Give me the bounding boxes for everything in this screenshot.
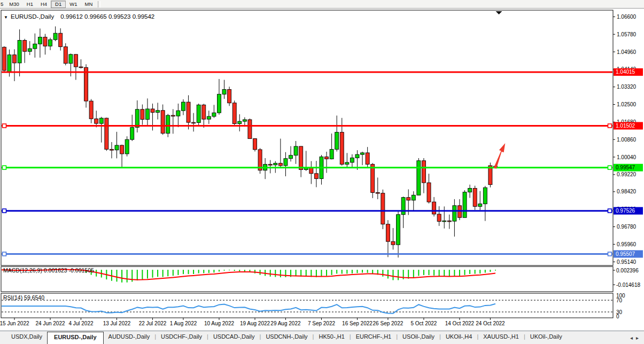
date-tick-label: 16 Sep 2022 bbox=[342, 320, 373, 326]
chart-tab-usoil-daily[interactable]: USOil-,Daily bbox=[398, 331, 439, 344]
tab-scroll-right-icon[interactable]: ▸ bbox=[636, 335, 639, 341]
chart-tab-eurchf-h1[interactable]: EURCHF-,H1 bbox=[351, 331, 397, 344]
date-tick-label: 24 Oct 2022 bbox=[476, 320, 505, 326]
chart-tab-hk50-h1[interactable]: HK50-,H1 bbox=[314, 331, 349, 344]
level-price-badge-text: 1.04015 bbox=[616, 69, 635, 75]
date-tick-label: 22 Jul 2022 bbox=[139, 320, 167, 326]
candle bbox=[253, 138, 257, 152]
candle bbox=[248, 119, 252, 139]
level-price-badge-text: 0.99547 bbox=[616, 165, 635, 170]
symbol-dropdown-icon[interactable]: ▼ bbox=[4, 15, 8, 20]
price-axis: 1.066001.057801.049601.041401.033201.025… bbox=[613, 14, 643, 319]
date-tick-label: 13 Jul 2022 bbox=[103, 320, 131, 326]
date-tick-label: 14 Oct 2022 bbox=[445, 320, 475, 326]
timeframe-toolbar: 5M30H1H4D1W1MN bbox=[0, 0, 644, 9]
candle bbox=[473, 186, 477, 210]
toolbar-separator bbox=[98, 1, 100, 7]
price-tick-label: 0.99220 bbox=[617, 171, 637, 177]
candle bbox=[463, 190, 467, 217]
date-tick-label: 4 Jul 2022 bbox=[68, 320, 94, 326]
macd-axis-label: 0.002396 bbox=[616, 268, 639, 273]
price-tick-label: 1.06600 bbox=[617, 14, 637, 20]
date-tick-label: 7 Sep 2022 bbox=[308, 320, 336, 326]
hline-handle[interactable] bbox=[3, 252, 6, 256]
candle bbox=[84, 64, 88, 107]
chart-tab-eurusd-daily[interactable]: EURUSD-,Daily bbox=[47, 332, 103, 344]
price-tick-label: 0.95960 bbox=[617, 241, 637, 247]
chart-tab-usdcad-daily[interactable]: USDCAD-,Daily bbox=[208, 331, 260, 344]
date-tick-label: 29 Aug 2022 bbox=[270, 320, 301, 326]
candle bbox=[258, 148, 262, 174]
hline-handle[interactable] bbox=[608, 166, 612, 169]
price-tick-label: 1.00040 bbox=[617, 154, 637, 160]
hline-handle[interactable] bbox=[608, 252, 612, 256]
rsi-axis-label: 70 bbox=[616, 298, 623, 303]
level-price-badge-text: 1.01502 bbox=[616, 123, 635, 129]
date-tick-label: 1 Aug 2022 bbox=[170, 320, 197, 326]
price-tick-label: 0.95140 bbox=[617, 259, 637, 265]
hline-handle[interactable] bbox=[3, 124, 6, 128]
date-tick-label: 10 Aug 2022 bbox=[204, 320, 235, 326]
price-tick-label: 1.05780 bbox=[617, 32, 637, 37]
candle bbox=[197, 104, 200, 126]
timeframe-button-m30[interactable]: M30 bbox=[5, 1, 22, 7]
candle bbox=[228, 87, 231, 106]
price-tick-label: 1.04960 bbox=[617, 49, 637, 55]
candle bbox=[105, 118, 108, 151]
price-tick-label: 1.03320 bbox=[617, 84, 637, 90]
date-tick-label: 15 Jun 2022 bbox=[0, 320, 29, 326]
tab-scroll-controls: ◂▸ bbox=[630, 331, 644, 344]
price-chart[interactable]: 1.066001.057801.049601.041401.033201.025… bbox=[0, 9, 644, 330]
hline-handle[interactable] bbox=[3, 209, 6, 213]
main-panel-frame bbox=[1, 10, 613, 265]
timeframe-button-h4[interactable]: H4 bbox=[37, 1, 51, 7]
chart-window[interactable]: 1.066001.057801.049601.041401.033201.025… bbox=[0, 9, 644, 330]
date-axis: 15 Jun 202224 Jun 20224 Jul 202213 Jul 2… bbox=[0, 318, 505, 326]
timeframe-button-partial[interactable]: 5 bbox=[0, 1, 5, 7]
date-tick-label: 19 Aug 2022 bbox=[240, 320, 270, 326]
candle bbox=[381, 190, 385, 229]
candle bbox=[488, 162, 492, 187]
rsi-label: RSI(14) 59.6540 bbox=[3, 294, 44, 301]
hline-handle[interactable] bbox=[608, 124, 612, 128]
rsi-panel-frame bbox=[1, 293, 613, 318]
rsi-axis-label: 0 bbox=[616, 314, 619, 319]
chart-tab-ukoil-h4[interactable]: UKOil-,H4 bbox=[441, 331, 477, 344]
chart-legend: EURUSD-,Daily 0.99612 0.99665 0.99523 0.… bbox=[11, 13, 154, 20]
symbol-tabbar: USDX,DailyEURUSD-,DailyAUDUSD-,Daily|USD… bbox=[0, 331, 644, 344]
candle bbox=[2, 46, 6, 73]
candle bbox=[417, 158, 421, 196]
macd-axis-label: -0.014618 bbox=[616, 282, 640, 288]
price-tick-label: 0.98420 bbox=[617, 189, 637, 194]
candle bbox=[64, 43, 67, 65]
timeframe-button-w1[interactable]: W1 bbox=[66, 1, 81, 7]
legend-ohlc: 0.99612 0.99665 0.99523 0.99542 bbox=[60, 13, 154, 20]
date-tick-label: 5 Oct 2022 bbox=[410, 320, 437, 326]
chart-tab-xauusd-h1[interactable]: XAUUSD-,H1 bbox=[478, 331, 524, 344]
price-tick-label: 1.02500 bbox=[617, 101, 637, 107]
timeframe-button-h1[interactable]: H1 bbox=[23, 1, 37, 7]
candle bbox=[125, 136, 129, 157]
timeframe-button-d1[interactable]: D1 bbox=[51, 1, 66, 8]
chart-tab-ukoil-daily[interactable]: UKOil-,Daily bbox=[525, 331, 567, 344]
hline-handle[interactable] bbox=[3, 166, 6, 169]
macd-label: MACD(12,26,9) 0.001623 -0.001505 bbox=[3, 267, 94, 273]
level-price-badge-text: 0.97526 bbox=[616, 208, 635, 214]
chart-tab-usdx-daily[interactable]: USDX,Daily bbox=[6, 331, 47, 344]
price-tick-label: 1.00860 bbox=[617, 137, 637, 143]
level-price-badge-text: 0.95507 bbox=[616, 251, 635, 257]
timeframe-button-mn[interactable]: MN bbox=[81, 1, 97, 7]
date-tick-label: 26 Sep 2022 bbox=[373, 320, 404, 326]
legend-symbol: EURUSD-,Daily bbox=[11, 13, 54, 20]
chart-tab-audusd-daily[interactable]: AUDUSD-,Daily bbox=[104, 331, 155, 344]
tab-scroll-left-icon[interactable]: ◂ bbox=[630, 335, 633, 341]
date-tick-label: 24 Jun 2022 bbox=[36, 320, 65, 326]
chart-tab-usdcnh-daily[interactable]: USDCNH-,Daily bbox=[261, 331, 312, 344]
hline-handle[interactable] bbox=[608, 209, 612, 213]
chart-tab-usdchf-daily[interactable]: USDCHF-,Daily bbox=[156, 331, 207, 344]
price-tick-label: 0.96780 bbox=[617, 224, 637, 230]
candle bbox=[232, 100, 236, 125]
